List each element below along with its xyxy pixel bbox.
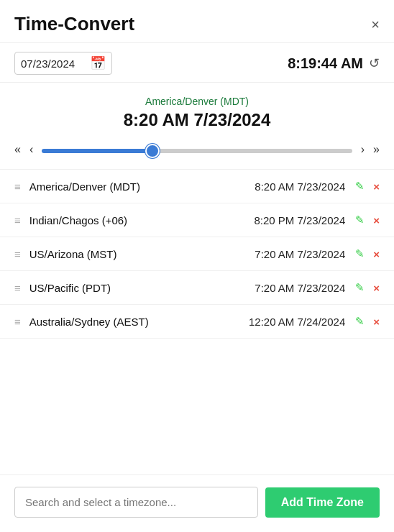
toolbar: 📅 8:19:44 AM ↺ [0, 43, 394, 83]
slider-section: « ‹ › » [0, 136, 394, 170]
edit-icon[interactable]: ✎ [355, 247, 365, 260]
timezone-name: US/Arizona (MST) [29, 248, 249, 260]
timezone-time: 7:20 AM 7/23/2024 [255, 248, 345, 260]
timezone-time: 8:20 AM 7/23/2024 [255, 180, 345, 193]
close-button[interactable]: × [371, 17, 380, 32]
slider-controls: « ‹ › » [12, 142, 382, 157]
hero-datetime: 8:20 AM 7/23/2024 [14, 110, 380, 130]
date-input-wrap[interactable]: 📅 [14, 52, 112, 75]
next-button[interactable]: › [358, 142, 367, 157]
add-timezone-button[interactable]: Add Time Zone [265, 487, 380, 518]
delete-icon[interactable]: × [373, 214, 380, 226]
timezone-row: ≡ US/Arizona (MST) 7:20 AM 7/23/2024 ✎ × [0, 237, 394, 271]
edit-icon[interactable]: ✎ [355, 281, 365, 294]
app-container: Time-Convert × 📅 8:19:44 AM ↺ America/De… [0, 0, 394, 532]
refresh-icon[interactable]: ↺ [369, 55, 380, 71]
prev-button[interactable]: ‹ [27, 142, 36, 157]
edit-icon[interactable]: ✎ [355, 180, 365, 193]
timezone-name: America/Denver (MDT) [29, 180, 249, 193]
edit-icon[interactable]: ✎ [355, 315, 365, 328]
timezone-time: 7:20 AM 7/23/2024 [255, 282, 345, 294]
timezone-list: ≡ America/Denver (MDT) 8:20 AM 7/23/2024… [0, 170, 394, 474]
delete-icon[interactable]: × [373, 180, 380, 193]
drag-handle-icon[interactable]: ≡ [14, 248, 21, 260]
delete-icon[interactable]: × [373, 248, 380, 260]
prev-prev-button[interactable]: « [12, 142, 24, 157]
timezone-name: Indian/Chagos (+06) [29, 214, 249, 226]
timezone-row: ≡ America/Denver (MDT) 8:20 AM 7/23/2024… [0, 170, 394, 203]
drag-handle-icon[interactable]: ≡ [14, 214, 21, 226]
drag-handle-icon[interactable]: ≡ [14, 316, 21, 328]
timezone-row: ≡ US/Pacific (PDT) 7:20 AM 7/23/2024 ✎ × [0, 271, 394, 305]
bottom-bar: Add Time Zone [0, 474, 394, 532]
time-slider[interactable] [42, 149, 352, 153]
time-value: 8:19:44 AM [288, 55, 363, 72]
search-input[interactable] [14, 487, 258, 518]
timezone-name: US/Pacific (PDT) [29, 282, 249, 294]
app-title: Time-Convert [14, 13, 134, 35]
drag-handle-icon[interactable]: ≡ [14, 282, 21, 294]
delete-icon[interactable]: × [373, 316, 380, 328]
hero-section: America/Denver (MDT) 8:20 AM 7/23/2024 [0, 83, 394, 136]
timezone-name: Australia/Sydney (AEST) [29, 316, 243, 328]
current-time-display: 8:19:44 AM ↺ [288, 55, 380, 72]
header: Time-Convert × [0, 0, 394, 43]
slider-wrap [39, 143, 355, 156]
delete-icon[interactable]: × [373, 282, 380, 294]
timezone-time: 8:20 PM 7/23/2024 [254, 214, 345, 226]
timezone-time: 12:20 AM 7/24/2024 [249, 316, 345, 328]
timezone-row: ≡ Indian/Chagos (+06) 8:20 PM 7/23/2024 … [0, 203, 394, 237]
drag-handle-icon[interactable]: ≡ [14, 180, 21, 193]
hero-timezone-label: America/Denver (MDT) [14, 96, 380, 107]
edit-icon[interactable]: ✎ [355, 214, 365, 226]
date-input[interactable] [21, 58, 86, 70]
next-next-button[interactable]: » [370, 142, 382, 157]
calendar-icon: 📅 [90, 55, 106, 71]
timezone-row: ≡ Australia/Sydney (AEST) 12:20 AM 7/24/… [0, 305, 394, 339]
